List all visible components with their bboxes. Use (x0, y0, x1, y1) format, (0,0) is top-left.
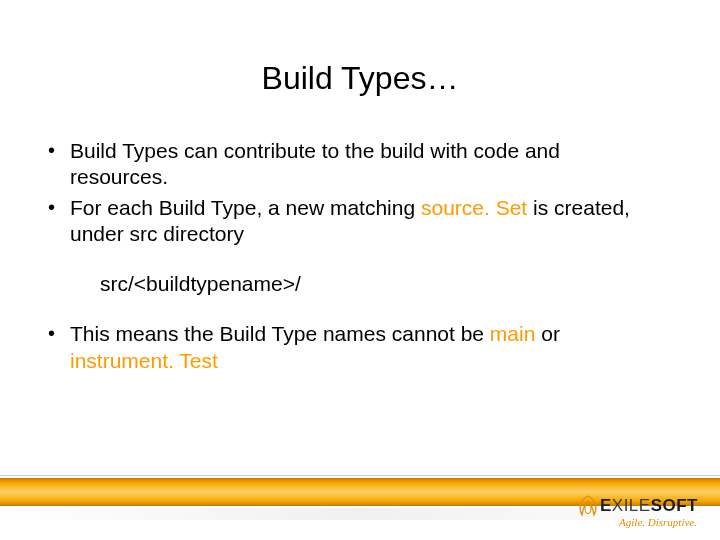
logo-name-part: E (600, 496, 612, 515)
bullet-text: or (535, 322, 560, 345)
highlight-text: main (490, 322, 536, 345)
logo-tagline: Agile. Disruptive. (578, 516, 697, 528)
slide-content: Build Types can contribute to the build … (40, 138, 680, 378)
slide: Build Types… Build Types can contribute … (0, 0, 720, 540)
logo-brand: EXILESOFT (578, 495, 698, 517)
code-example: src/<buildtypename>/ (100, 271, 680, 297)
bullet-text: Build Types can contribute to the build … (70, 139, 560, 162)
highlight-text: instrument. Test (70, 349, 218, 372)
logo: EXILESOFT Agile. Disruptive. (578, 495, 698, 528)
logo-name: EXILESOFT (600, 496, 698, 516)
logo-name-part: SOFT (651, 496, 698, 515)
slide-title: Build Types… (0, 60, 720, 97)
highlight-text: source. Set (421, 196, 527, 219)
bullet-item: This means the Build Type names cannot b… (40, 321, 680, 374)
bullet-item: Build Types can contribute to the build … (40, 138, 680, 191)
bullet-text: This means the Build Type names cannot b… (70, 322, 490, 345)
logo-name-part: XILE (612, 496, 651, 515)
bullet-text: resources. (70, 165, 168, 188)
svg-point-0 (585, 503, 591, 514)
bullet-item: For each Build Type, a new matching sour… (40, 195, 680, 248)
bullet-text: under src directory (70, 222, 244, 245)
bullet-text: is created, (527, 196, 630, 219)
logo-mark-icon (578, 495, 598, 517)
bullet-text: For each Build Type, a new matching (70, 196, 421, 219)
